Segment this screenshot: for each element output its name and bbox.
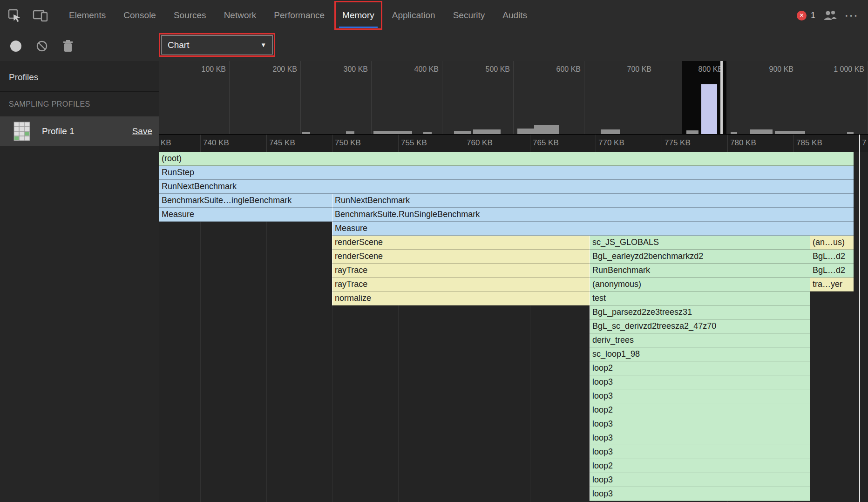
tab-security[interactable]: Security: [444, 0, 494, 31]
overview-selected-bar: [701, 84, 717, 134]
tab-label: Sources: [174, 10, 206, 20]
flame-frame[interactable]: loop3: [590, 431, 810, 445]
flame-frame[interactable]: BgL…d2: [810, 250, 854, 264]
tab-label: Network: [224, 10, 257, 20]
flame-frame[interactable]: (an…us): [810, 236, 854, 250]
flame-frame[interactable]: loop3: [590, 389, 810, 403]
record-button[interactable]: [10, 41, 21, 52]
flame-frame[interactable]: loop3: [590, 473, 810, 487]
tab-label: Memory: [342, 10, 374, 20]
tab-label: Performance: [274, 10, 325, 20]
devtools-window: ElementsConsoleSourcesNetworkPerformance…: [0, 0, 868, 502]
overview-gridline: [513, 61, 514, 134]
ruler-label: 750 KB: [335, 138, 361, 148]
save-profile-link[interactable]: Save: [132, 126, 152, 136]
overview-histogram-bar: [517, 129, 534, 134]
memory-overview[interactable]: 100 KB200 KB300 KB400 KB500 KB600 KB700 …: [159, 61, 868, 134]
ruler-label: 765 KB: [533, 138, 559, 148]
overview-axis-label: 300 KB: [344, 65, 368, 74]
overview-axis-label: 500 KB: [486, 65, 510, 74]
flame-frame[interactable]: BenchmarkSuite.RunSingleBenchmark: [332, 208, 854, 222]
users-icon[interactable]: [822, 10, 837, 21]
flame-frame[interactable]: loop3: [590, 445, 810, 459]
flame-frame[interactable]: rayTrace: [332, 278, 590, 292]
tab-memory[interactable]: Memory: [333, 0, 383, 31]
flame-frame[interactable]: Measure: [332, 222, 854, 236]
flame-frame[interactable]: BgL_earleyzd2benchmarkzd2: [590, 250, 810, 264]
flame-frame[interactable]: sc_loop1_98: [590, 347, 810, 361]
clear-icon[interactable]: [35, 40, 48, 53]
flame-frame[interactable]: loop2: [590, 361, 810, 375]
flame-frame[interactable]: loop3: [590, 375, 810, 389]
flame-frame[interactable]: RunNextBenchmark: [159, 180, 854, 194]
inspect-element-icon[interactable]: [7, 8, 21, 22]
toolbar-right-group: ✕ 1 ⋯: [797, 0, 868, 31]
profile-list-item[interactable]: Profile 1 Save: [0, 116, 159, 146]
main-toolbar: ElementsConsoleSourcesNetworkPerformance…: [0, 0, 868, 31]
overview-gridline: [300, 61, 301, 134]
overview-axis-label: 900 KB: [769, 65, 793, 74]
overview-gridline: [655, 61, 655, 134]
flame-frame[interactable]: loop3: [590, 487, 810, 501]
profile-icon: [11, 121, 33, 142]
ruler-tick: [596, 135, 596, 152]
tab-performance[interactable]: Performance: [265, 0, 333, 31]
flame-frame[interactable]: deriv_trees: [590, 333, 810, 347]
overview-histogram-bar: [775, 131, 805, 134]
flame-frame[interactable]: (anonymous): [590, 278, 810, 292]
error-count: 1: [811, 11, 815, 20]
flame-frame[interactable]: test: [590, 292, 810, 305]
flame-frame[interactable]: RunStep: [159, 166, 854, 180]
tab-audits[interactable]: Audits: [494, 0, 536, 31]
flame-frame[interactable]: BgL_sc_derivzd2treesza2_47z70: [590, 319, 810, 333]
tab-label: Console: [123, 10, 156, 20]
overview-histogram-bar: [601, 129, 620, 134]
flame-frame[interactable]: sc_JS_GLOBALS: [590, 236, 810, 250]
flame-frame[interactable]: tra…yer: [810, 278, 854, 292]
flame-chart[interactable]: (root)RunStepRunNextBenchmarkBenchmarkSu…: [159, 152, 868, 502]
delete-profile-icon[interactable]: [62, 40, 74, 53]
profiles-sidebar: Profiles SAMPLING PROFILES Profile 1 Sav…: [0, 61, 159, 502]
chevron-down-icon: ▼: [260, 41, 266, 48]
flame-frame[interactable]: loop3: [590, 417, 810, 431]
overview-gridline: [371, 61, 372, 134]
overflow-menu-icon[interactable]: ⋯: [844, 11, 859, 20]
overview-axis-label: 800 KB: [698, 65, 723, 74]
tab-label: Audits: [502, 10, 527, 20]
overview-histogram-bar: [750, 129, 773, 134]
flame-frame[interactable]: normalize: [332, 292, 590, 305]
flame-frame[interactable]: RunBenchmark: [590, 264, 810, 278]
flame-frame[interactable]: renderScene: [332, 250, 590, 264]
tab-elements[interactable]: Elements: [60, 0, 115, 31]
toolbar-divider: [58, 7, 58, 24]
tab-application[interactable]: Application: [383, 0, 444, 31]
flame-frame[interactable]: (root): [159, 152, 854, 166]
flame-frame[interactable]: renderScene: [332, 236, 590, 250]
tab-label: Application: [392, 10, 435, 20]
overview-gridline: [442, 61, 442, 134]
ruler-tick: [266, 135, 267, 152]
ruler-label: 755 KB: [401, 138, 427, 148]
active-tab-underline: [339, 27, 378, 28]
toolbar-icon-group: [7, 0, 48, 31]
tab-sources[interactable]: Sources: [165, 0, 215, 31]
tab-network[interactable]: Network: [215, 0, 265, 31]
device-toolbar-icon[interactable]: [33, 8, 48, 22]
error-badge-icon[interactable]: ✕: [797, 11, 807, 20]
flame-frame[interactable]: BgL_parsezd2ze3treesz31: [590, 305, 810, 319]
flame-frame[interactable]: BgL…d2: [810, 264, 854, 278]
flame-frame[interactable]: RunNextBenchmark: [332, 194, 854, 208]
flame-frame[interactable]: BenchmarkSuite…ingleBenchmark: [159, 194, 332, 208]
ruler-label: 775 KB: [665, 138, 691, 148]
tab-console[interactable]: Console: [115, 0, 165, 31]
ruler-label: 785 KB: [796, 138, 822, 148]
flame-frame[interactable]: loop2: [590, 459, 810, 473]
selection-right-grip[interactable]: [720, 61, 723, 134]
view-mode-dropdown[interactable]: Chart ▼: [161, 35, 273, 54]
ruler-tick: [332, 135, 332, 152]
ruler-label: 7: [862, 138, 866, 148]
flame-frame[interactable]: rayTrace: [332, 264, 590, 278]
flame-frame[interactable]: loop2: [590, 403, 810, 417]
flame-frame[interactable]: Measure: [159, 208, 332, 222]
overview-axis-label: 400 KB: [414, 65, 439, 74]
